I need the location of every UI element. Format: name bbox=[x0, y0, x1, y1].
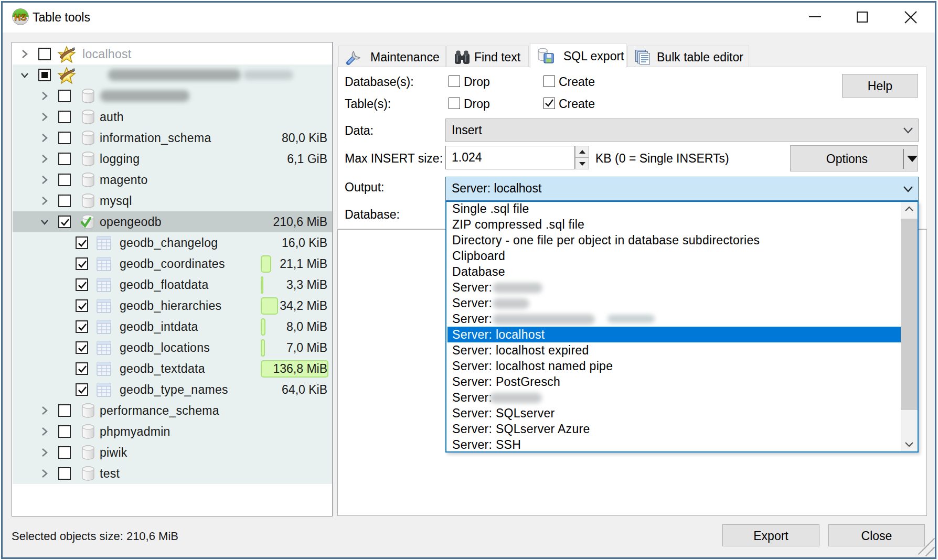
svg-text:HS: HS bbox=[14, 13, 27, 23]
